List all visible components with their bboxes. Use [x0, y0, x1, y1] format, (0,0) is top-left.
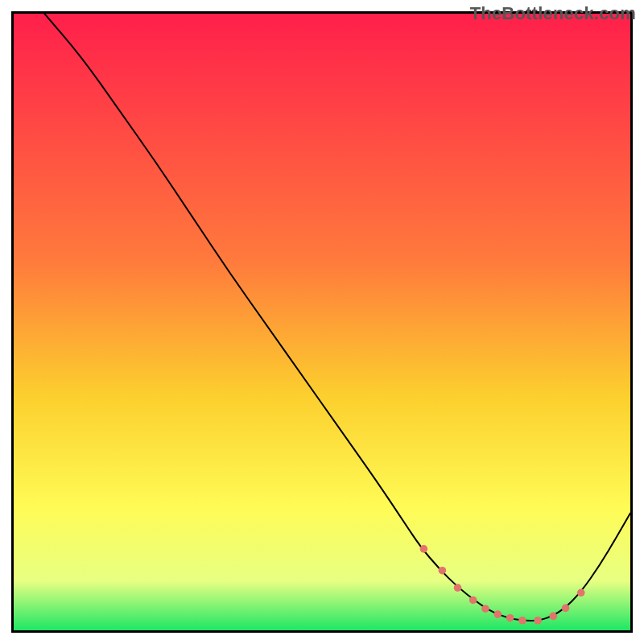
highlight-dot	[481, 605, 489, 613]
plot-area	[14, 14, 630, 630]
highlight-dot	[577, 588, 585, 597]
chart-frame: TheBottleneck.com	[0, 0, 644, 644]
highlight-dot	[534, 617, 542, 625]
highlight-dot	[506, 614, 514, 622]
highlight-dot	[454, 584, 462, 592]
plot-border	[11, 11, 633, 633]
highlight-dot	[518, 617, 526, 625]
bottleneck-curve	[44, 14, 630, 621]
highlight-dot	[549, 613, 557, 621]
highlight-dot	[469, 597, 477, 605]
highlight-dot	[494, 610, 502, 618]
highlight-dot	[562, 605, 570, 613]
curve-layer	[14, 14, 630, 630]
highlight-dots-group	[420, 545, 585, 624]
highlight-dot	[420, 545, 428, 553]
highlight-dot	[439, 567, 447, 575]
watermark-label: TheBottleneck.com	[470, 3, 636, 24]
